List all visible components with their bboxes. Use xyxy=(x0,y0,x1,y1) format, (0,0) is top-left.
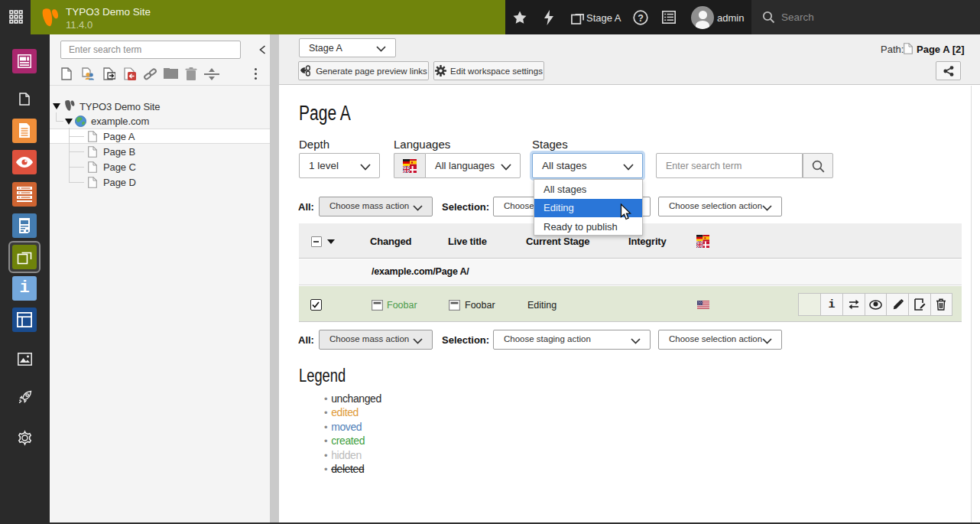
svg-text:?: ? xyxy=(638,13,644,24)
